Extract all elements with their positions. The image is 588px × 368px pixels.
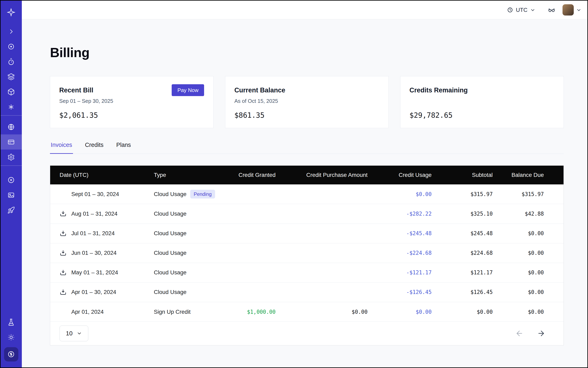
sidebar-item-billing[interactable] bbox=[1, 134, 22, 149]
asterisk-icon[interactable] bbox=[1, 99, 22, 114]
chevron-down-icon bbox=[77, 331, 82, 336]
subtotal: $224.68 bbox=[432, 250, 493, 256]
balance-due: $0.00 bbox=[493, 309, 544, 315]
credits-sub bbox=[409, 97, 554, 105]
credit-usage: $0.00 bbox=[368, 309, 432, 315]
tab-invoices[interactable]: Invoices bbox=[50, 139, 73, 154]
download-invoice-button[interactable] bbox=[60, 249, 67, 257]
table-row: Jul 01 – 31, 2024 Cloud Usage -$245.48 $… bbox=[50, 224, 563, 243]
download-invoice-button[interactable] bbox=[60, 289, 67, 296]
pay-now-button[interactable]: Pay Now bbox=[172, 84, 204, 96]
table-row: May 01 – 31, 2024 Cloud Usage -$121.17 $… bbox=[50, 263, 563, 283]
download-invoice-button[interactable] bbox=[60, 269, 67, 276]
card-title: Current Balance bbox=[234, 86, 285, 94]
invoice-date: Jun 01 – 30, 2024 bbox=[71, 250, 117, 256]
balance-due: $0.00 bbox=[493, 250, 544, 256]
rocket-icon[interactable] bbox=[1, 203, 22, 218]
timezone-label: UTC bbox=[516, 7, 527, 13]
circle-x-icon[interactable] bbox=[1, 173, 22, 188]
download-icon bbox=[60, 269, 67, 276]
flask-icon[interactable] bbox=[1, 315, 22, 330]
credit-purchase-amount: $0.00 bbox=[276, 309, 368, 315]
credit-usage: $0.00 bbox=[368, 191, 432, 197]
globe-icon[interactable] bbox=[1, 119, 22, 134]
target-icon[interactable] bbox=[1, 39, 22, 54]
layers-icon[interactable] bbox=[1, 69, 22, 84]
glasses-icon[interactable] bbox=[547, 6, 556, 14]
timezone-selector[interactable]: UTC bbox=[507, 7, 535, 13]
table-row: Apr 01, 2024 Sign Up Credit $1,000.00 $0… bbox=[50, 302, 563, 322]
credits-amount: $29,782.65 bbox=[409, 111, 554, 119]
tab-credits[interactable]: Credits bbox=[84, 139, 104, 153]
col-credit-granted: Credit Granted bbox=[226, 172, 275, 178]
invoice-type: Cloud Usage bbox=[154, 269, 187, 276]
sun-icon[interactable] bbox=[1, 330, 22, 345]
cube-icon[interactable] bbox=[1, 84, 22, 99]
page-content: Billing Recent Bill Pay Now Sep 01 – Sep… bbox=[22, 19, 587, 367]
summary-cards: Recent Bill Pay Now Sep 01 – Sep 30, 202… bbox=[50, 76, 563, 128]
download-invoice-button[interactable] bbox=[60, 210, 67, 217]
chevron-down-icon bbox=[576, 7, 581, 13]
table-body: Sept 01 – 30, 2024 Cloud Usage Pending $… bbox=[50, 184, 563, 322]
subtotal: $325.10 bbox=[432, 211, 493, 217]
credit-granted: $1,000.00 bbox=[226, 309, 275, 315]
col-date: Date (UTC) bbox=[60, 172, 154, 178]
download-icon bbox=[60, 249, 67, 257]
download-invoice-button[interactable] bbox=[60, 230, 67, 237]
invoice-date: Aug 01 – 31, 2024 bbox=[71, 211, 118, 217]
timer-icon[interactable] bbox=[1, 54, 22, 69]
image-icon[interactable] bbox=[1, 188, 22, 203]
status-badge: Pending bbox=[190, 190, 215, 199]
balance-due: $315.97 bbox=[493, 191, 544, 197]
balance-due: $0.00 bbox=[493, 289, 544, 295]
credit-card-icon bbox=[7, 138, 15, 146]
next-page-button[interactable] bbox=[537, 329, 545, 338]
bill-amount: $2,061.35 bbox=[59, 111, 204, 119]
app-window: UTC Billing Recent Bill Pay Now bbox=[0, 0, 588, 368]
chevron-right-icon[interactable] bbox=[1, 24, 22, 39]
download-icon bbox=[60, 289, 67, 296]
credits-remaining-card: Credits Remaining $29,782.65 bbox=[400, 76, 564, 128]
gear-icon[interactable] bbox=[1, 149, 22, 165]
invoice-type: Cloud Usage bbox=[154, 289, 187, 295]
invoice-date: Jul 01 – 31, 2024 bbox=[71, 230, 115, 237]
download-icon bbox=[60, 210, 67, 217]
bill-period: Sep 01 – Sep 30, 2025 bbox=[59, 97, 204, 105]
credits-button[interactable] bbox=[4, 347, 18, 361]
col-credit-usage: Credit Usage bbox=[368, 172, 432, 178]
page-size-select[interactable]: 10 bbox=[60, 326, 88, 341]
subtotal: $121.17 bbox=[432, 269, 493, 276]
main-area: UTC Billing Recent Bill Pay Now bbox=[22, 1, 587, 367]
table-row: Sept 01 – 30, 2024 Cloud Usage Pending $… bbox=[50, 184, 563, 204]
pagination bbox=[515, 329, 545, 338]
invoice-date: Apr 01 – 30, 2024 bbox=[71, 289, 116, 295]
chevron-down-icon bbox=[530, 7, 535, 13]
balance-amount: $861.35 bbox=[234, 111, 379, 119]
page-size-value: 10 bbox=[66, 330, 72, 337]
subtotal: $0.00 bbox=[432, 309, 493, 315]
invoice-type: Cloud Usage bbox=[154, 250, 187, 256]
topbar: UTC bbox=[22, 1, 587, 19]
table-footer: 10 bbox=[50, 322, 563, 345]
table-row: Jun 01 – 30, 2024 Cloud Usage -$224.68 $… bbox=[50, 243, 563, 263]
download-icon bbox=[60, 230, 67, 237]
invoice-type: Sign Up Credit bbox=[154, 309, 191, 315]
invoice-date: May 01 – 31, 2024 bbox=[71, 269, 118, 276]
previous-page-button[interactable] bbox=[515, 329, 524, 338]
invoice-type: Cloud Usage bbox=[154, 211, 187, 217]
invoice-type: Cloud Usage bbox=[154, 191, 187, 197]
dollar-circle-icon bbox=[7, 350, 15, 358]
table-row: Aug 01 – 31, 2024 Cloud Usage -$282.22 $… bbox=[50, 204, 563, 224]
subtotal: $126.45 bbox=[432, 289, 493, 295]
billing-tabs: Invoices Credits Plans bbox=[50, 139, 563, 154]
user-avatar[interactable] bbox=[562, 4, 574, 16]
invoices-table: Date (UTC) Type Credit Granted Credit Pu… bbox=[50, 166, 563, 345]
col-type: Type bbox=[154, 172, 227, 178]
card-title: Credits Remaining bbox=[409, 86, 468, 94]
user-menu[interactable] bbox=[562, 4, 581, 16]
card-title: Recent Bill bbox=[59, 86, 93, 94]
credit-usage: -$282.22 bbox=[368, 211, 432, 217]
tab-plans[interactable]: Plans bbox=[116, 139, 132, 153]
col-subtotal: Subtotal bbox=[432, 172, 493, 178]
logo-icon[interactable] bbox=[1, 1, 22, 24]
